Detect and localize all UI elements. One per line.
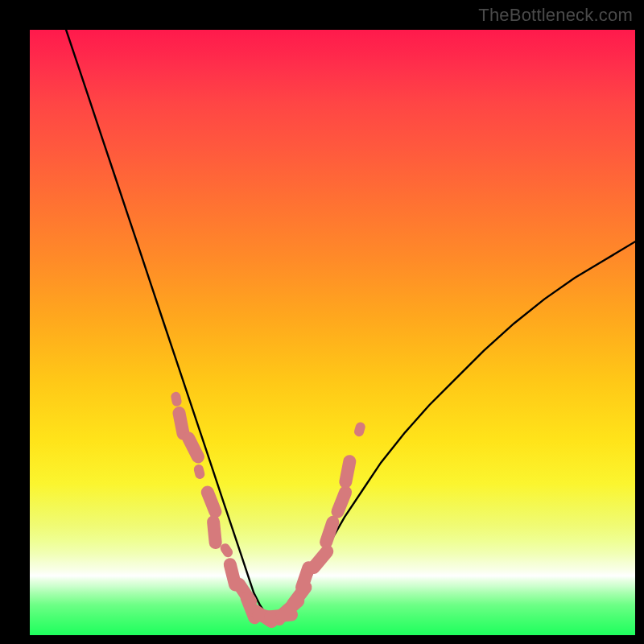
curve-marker	[180, 413, 184, 433]
curve-marker	[213, 522, 216, 543]
curve-marker	[188, 438, 198, 456]
curve-marker	[314, 551, 328, 568]
chart-stage: TheBottleneck.com	[0, 0, 644, 644]
curve-marker	[302, 568, 308, 588]
curve-marker	[199, 469, 200, 474]
curve-marker	[208, 493, 216, 512]
bottleneck-curve	[66, 30, 635, 617]
curve-layer	[30, 30, 635, 635]
curve-marker	[326, 522, 332, 543]
curve-marker	[345, 461, 349, 482]
plot-area	[30, 30, 635, 635]
curve-marker	[359, 427, 361, 431]
curve-marker	[225, 548, 228, 552]
curve-marker	[338, 493, 346, 512]
curve-marker	[175, 397, 176, 402]
curve-markers	[175, 397, 360, 621]
watermark-text: TheBottleneck.com	[478, 5, 633, 26]
